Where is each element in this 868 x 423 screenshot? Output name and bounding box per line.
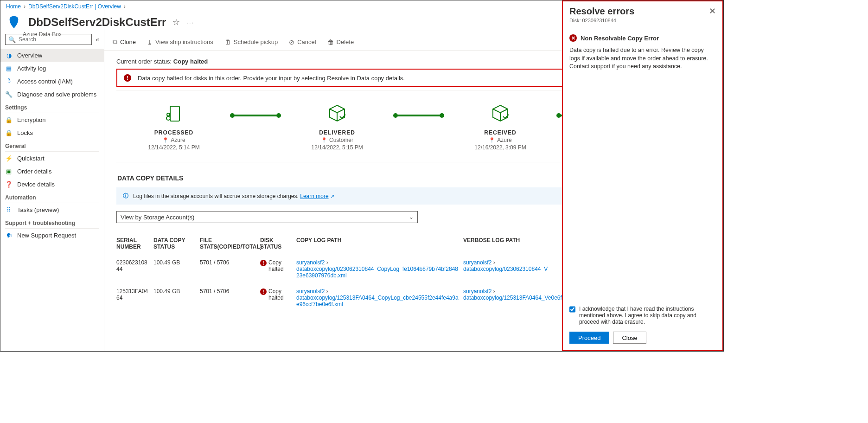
panel-error-title: Non Resolvable Copy Error xyxy=(581,35,659,42)
timeline-step-time: 12/16/2022, 3:09 PM xyxy=(443,144,558,151)
nav-item-label: Order details xyxy=(17,168,51,175)
timeline-step-time: 12/14/2022, 5:14 PM xyxy=(116,144,231,151)
location-pin-icon: 📍 xyxy=(321,137,327,143)
proceed-button[interactable]: Proceed xyxy=(569,332,609,344)
support-icon: 🗣 xyxy=(5,231,13,239)
nav-item-tasks-preview-[interactable]: ⠿Tasks (preview) xyxy=(0,203,104,216)
nav-item-label: Encryption xyxy=(17,116,45,123)
error-icon: ! xyxy=(124,74,131,82)
timeline-step-icon xyxy=(161,103,187,125)
panel-error-body: Data copy is halted due to an error. Rev… xyxy=(569,46,716,71)
timeline-step-delivered: DELIVERED 📍Customer 12/14/2022, 5:15 PM xyxy=(280,103,395,151)
error-icon: ! xyxy=(260,260,267,266)
cell-data-copy-status: 100.49 GB xyxy=(153,255,200,283)
nav-item-diagnose-and-solve-problems[interactable]: 🔧Diagnose and solve problems xyxy=(0,88,104,101)
acknowledge-checkbox[interactable] xyxy=(569,306,575,313)
timeline-step-label: RECEIVED xyxy=(443,129,558,136)
nav-section-settings: Settings xyxy=(0,101,104,112)
lock-icon: 🔒 xyxy=(5,129,13,136)
nav-item-access-control-iam-[interactable]: ီAccess control (IAM) xyxy=(0,75,104,88)
breadcrumb-home[interactable]: Home xyxy=(6,3,21,10)
svg-point-1 xyxy=(166,116,170,120)
resolve-errors-panel: Resolve errors Disk: 023062310844 ✕ ✕ No… xyxy=(562,0,723,351)
cell-copy-log-path[interactable]: suryanolsf2 ›databoxcopylog/125313FA0464… xyxy=(296,283,463,312)
svg-point-2 xyxy=(167,113,170,116)
timeline-connector xyxy=(395,115,443,116)
diagnose-icon: 🔧 xyxy=(5,90,13,98)
error-icon: ! xyxy=(260,288,267,295)
timeline-step-icon xyxy=(487,103,513,125)
cell-file-stats: 5701 / 5706 xyxy=(200,283,260,312)
nav-section-support: Support + troubleshooting xyxy=(0,216,104,227)
nav-item-quickstart[interactable]: ⚡Quickstart xyxy=(0,152,104,165)
timeline-step-processed: PROCESSED 📍Azure 12/14/2022, 5:14 PM xyxy=(116,103,231,151)
order-details-icon: ▣ xyxy=(5,167,13,175)
left-nav: 🔍 « ◑Overview▤Activity logီAccess contro… xyxy=(0,0,104,351)
nav-item-label: Locks xyxy=(17,129,33,136)
cell-disk-status: !Copy halted xyxy=(260,283,296,312)
page-title: DbDSelfServ2DiskCustErr xyxy=(28,16,166,29)
timeline-step-received: RECEIVED 📍Azure 12/16/2022, 3:09 PM xyxy=(443,103,558,151)
col-data-copy-status: DATA COPY STATUS xyxy=(153,234,200,255)
quickstart-icon: ⚡ xyxy=(5,154,13,162)
chevron-right-icon: › xyxy=(24,3,26,10)
tasks-icon: ⠿ xyxy=(5,206,13,213)
nav-item-label: Device details xyxy=(17,181,55,188)
nav-item-new-support-request[interactable]: 🗣New Support Request xyxy=(0,229,104,242)
nav-item-overview[interactable]: ◑Overview xyxy=(0,49,104,62)
cell-data-copy-status: 100.49 GB xyxy=(153,283,200,312)
close-panel-icon[interactable]: ✕ xyxy=(709,6,716,16)
nav-section-general: General xyxy=(0,139,104,150)
col-serial-number: SERIAL NUMBER xyxy=(116,234,153,255)
panel-title: Resolve errors xyxy=(569,6,634,17)
acknowledge-label[interactable]: I acknowledge that I have read the instr… xyxy=(569,306,716,325)
col-file-stats: FILE STATS(COPIED/TOTAL) xyxy=(200,234,260,255)
nav-item-label: New Support Request xyxy=(17,232,76,239)
nav-item-encryption[interactable]: 🔒Encryption xyxy=(0,113,104,126)
breadcrumb-resource[interactable]: DbDSelfServ2DiskCustErr | Overview xyxy=(28,3,121,10)
nav-item-activity-log[interactable]: ▤Activity log xyxy=(0,62,104,75)
nav-item-label: Access control (IAM) xyxy=(17,78,73,85)
timeline-step-location: Azure xyxy=(497,137,511,143)
col-copy-log-path: COPY LOG PATH xyxy=(296,234,463,255)
cell-file-stats: 5701 / 5706 xyxy=(200,255,260,283)
cell-serial-number: 125313FA0464 xyxy=(116,283,153,312)
nav-item-order-details[interactable]: ▣Order details xyxy=(0,165,104,178)
panel-disk-label: Disk: 023062310844 xyxy=(569,18,634,23)
external-link-icon: ↗ xyxy=(330,193,334,199)
device-details-icon: ❓ xyxy=(5,180,13,188)
lock-icon: 🔒 xyxy=(5,116,13,123)
timeline-step-icon xyxy=(324,103,350,125)
favorite-star-icon[interactable]: ☆ xyxy=(172,17,180,27)
more-actions-icon[interactable]: ··· xyxy=(186,19,194,26)
cell-disk-status: !Copy halted xyxy=(260,255,296,283)
alert-text: Data copy halted for disks in this order… xyxy=(138,75,405,82)
cell-copy-log-path[interactable]: suryanolsf2 ›databoxcopylog/023062310844… xyxy=(296,255,463,283)
error-icon: ✕ xyxy=(569,34,577,42)
nav-section-automation: Automation xyxy=(0,191,104,202)
view-by-dropdown[interactable]: View by Storage Account(s) ⌄ xyxy=(116,211,418,223)
timeline-step-location: Azure xyxy=(171,137,185,143)
timeline-step-label: DELIVERED xyxy=(280,129,395,136)
nav-item-locks[interactable]: 🔒Locks xyxy=(0,126,104,139)
nav-item-label: Quickstart xyxy=(17,155,45,162)
close-button[interactable]: Close xyxy=(613,332,646,344)
info-icon: ⓘ xyxy=(123,192,128,200)
timeline-connector xyxy=(231,115,280,116)
overview-icon: ◑ xyxy=(5,51,13,59)
nav-item-label: Tasks (preview) xyxy=(17,206,59,213)
svg-rect-0 xyxy=(170,106,179,121)
timeline-step-time: 12/14/2022, 5:15 PM xyxy=(280,144,395,151)
timeline-step-label: PROCESSED xyxy=(116,129,231,136)
learn-more-link[interactable]: Learn more xyxy=(300,193,328,199)
timeline-step-location: Customer xyxy=(329,137,353,143)
col-disk-status: DISK STATUS xyxy=(260,234,296,255)
cell-serial-number: 023062310844 xyxy=(116,255,153,283)
location-pin-icon: 📍 xyxy=(489,137,495,143)
nav-item-device-details[interactable]: ❓Device details xyxy=(0,178,104,191)
databox-resource-icon xyxy=(6,14,22,30)
chevron-right-icon: › xyxy=(124,3,126,10)
nav-item-label: Overview xyxy=(17,52,42,59)
nav-item-label: Diagnose and solve problems xyxy=(17,91,96,98)
activity-log-icon: ▤ xyxy=(5,64,13,72)
